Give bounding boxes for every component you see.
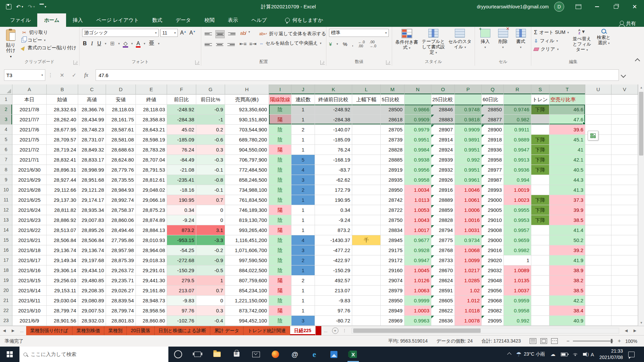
grid-cell[interactable]: 28750 [381, 215, 405, 225]
grid-cell[interactable]: 0.9677 [405, 235, 431, 245]
grid-cell[interactable] [352, 245, 381, 255]
name-box[interactable]: T3 ▾ [4, 69, 45, 81]
grid-cell[interactable] [611, 255, 638, 265]
column-header-U[interactable]: U [585, 84, 611, 95]
grid-cell[interactable] [611, 115, 638, 125]
cell-styles-button[interactable]: セルのスタイル ▾ [448, 29, 472, 59]
grid-cell[interactable]: 1 [291, 105, 315, 115]
row-header-13[interactable]: 13 [0, 215, 12, 225]
grid-cell[interactable]: 陽 [269, 115, 291, 125]
enter-entry-button[interactable]: ✓ [68, 72, 80, 78]
grid-cell[interactable]: 28,358.83 [136, 115, 167, 125]
grid-cell[interactable]: 1 [291, 265, 315, 276]
grid-cell[interactable]: 1.0089 [504, 265, 531, 276]
grid-cell[interactable]: 39.6 [549, 125, 585, 135]
grid-cell[interactable]: 前日比% [196, 95, 225, 105]
excel-taskbar-button[interactable]: X [343, 347, 363, 362]
grid-cell[interactable]: -953.15 [167, 235, 196, 245]
grid-cell[interactable]: 28,992.74 [106, 195, 136, 205]
minimize-button[interactable] [588, 0, 606, 13]
grid-cell[interactable]: 28924 [431, 145, 455, 155]
grid-cell[interactable]: 29,026.27 [106, 286, 136, 296]
grid-cell[interactable]: 28935 [381, 175, 405, 185]
grid-cell[interactable]: 41 [549, 145, 585, 155]
grid-cell[interactable]: 28,332.63 [47, 105, 78, 115]
grid-cell[interactable]: 2 [291, 276, 315, 286]
grid-cell[interactable]: 1.0006 [455, 205, 482, 215]
grid-cell[interactable] [585, 105, 611, 115]
notification-center-icon[interactable] [628, 352, 635, 357]
grid-cell[interactable]: 28,010.93 [136, 235, 167, 245]
grid-cell[interactable]: 28,779.76 [106, 165, 136, 175]
grid-cell[interactable]: 29,112.66 [47, 185, 78, 195]
grid-cell[interactable]: 39.2 [549, 245, 585, 255]
grid-cell[interactable] [352, 135, 381, 145]
grid-cell[interactable]: 始値 [47, 95, 78, 105]
grid-cell[interactable] [531, 175, 549, 185]
grid-cell[interactable]: 1.0126 [405, 276, 431, 286]
ribbon-tab-校閲[interactable]: 校閲 [198, 13, 221, 27]
maximize-button[interactable] [606, 0, 625, 13]
align-bottom-button[interactable] [227, 30, 236, 38]
grid-cell[interactable]: 28636 [431, 316, 455, 326]
grid-cell[interactable]: 29,174.17 [78, 195, 106, 205]
grid-cell[interactable]: 28,748.23 [78, 125, 106, 135]
grid-cell[interactable] [611, 225, 638, 235]
row-header-14[interactable]: 14 [0, 225, 12, 235]
grid-cell[interactable]: 2021/6/21 [12, 235, 47, 245]
grid-cell[interactable]: 279.5 [167, 276, 196, 286]
grid-cell[interactable] [585, 235, 611, 245]
grid-cell[interactable]: 29,291.01 [136, 265, 167, 276]
column-header-L[interactable]: L [352, 84, 381, 95]
grid-cell[interactable]: 0 [196, 215, 225, 225]
grid-cell[interactable]: 28,494.46 [106, 225, 136, 235]
grid-cell[interactable]: 28,901.56 [47, 316, 78, 326]
phonetic-button[interactable]: 亜 [148, 40, 155, 47]
fill-color-button[interactable]: ◇ [123, 40, 128, 47]
grid-cell[interactable]: 2021/6/23 [12, 215, 47, 225]
grid-cell[interactable] [531, 115, 549, 125]
ribbon-tab-数式[interactable]: 数式 [146, 13, 169, 27]
grid-cell[interactable]: 陽 [269, 286, 291, 296]
grid-cell[interactable]: 28,643.21 [136, 125, 167, 135]
grid-cell[interactable]: 28,958.56 [136, 306, 167, 316]
sheet-tab-業種別[interactable]: 業種別 [104, 326, 127, 335]
row-header-5[interactable]: 5 [0, 135, 12, 145]
grid-cell[interactable]: 陽 [269, 276, 291, 286]
grid-cell[interactable]: 28742 [381, 195, 405, 205]
sheet-tab-red-mini[interactable] [316, 326, 321, 335]
clipboard-dialog-launcher-icon[interactable] [73, 60, 78, 65]
grid-cell[interactable]: 下降 [531, 215, 549, 225]
decrease-font-button[interactable]: A▼ [189, 30, 197, 36]
font-color-button[interactable]: A [136, 41, 141, 47]
grid-cell[interactable]: 28,506.84 [78, 235, 106, 245]
row-header-22[interactable]: 22 [0, 306, 12, 316]
page-layout-view-button[interactable] [540, 338, 547, 344]
grid-cell[interactable]: 28,118.03 [106, 105, 136, 115]
align-left-button[interactable] [204, 41, 213, 48]
ribbon-tab-挿入[interactable]: 挿入 [66, 13, 90, 27]
start-button[interactable] [0, 347, 19, 362]
conditional-formatting-button[interactable]: 条件付き書式 ▾ [395, 29, 419, 59]
zoom-in-button[interactable]: ＋ [616, 338, 622, 345]
bold-button[interactable]: B [82, 41, 88, 47]
grid-cell[interactable]: 2021/7/6 [12, 125, 47, 135]
grid-cell[interactable]: 下降 [531, 205, 549, 215]
grid-cell[interactable] [352, 225, 381, 235]
grid-cell[interactable] [352, 185, 381, 195]
grid-cell[interactable]: 下降 [531, 195, 549, 205]
grid-cell[interactable]: 28936 [482, 145, 504, 155]
grid-cell[interactable]: 2021/6/10 [12, 306, 47, 316]
grid-cell[interactable]: -1 [196, 115, 225, 125]
column-header-S[interactable]: S [531, 84, 549, 95]
grid-cell[interactable]: 0.9889 [504, 135, 531, 145]
grid-cell[interactable]: 空売り比率 [549, 95, 585, 105]
grid-cell[interactable] [611, 215, 638, 225]
merge-center-button[interactable]: ⇔セルを結合して中央揃え▾ [259, 40, 326, 46]
grid-cell[interactable]: 29,007.53 [78, 306, 106, 316]
grid-cell[interactable]: 28,624.80 [106, 155, 136, 165]
row-header-1[interactable]: 1 [0, 95, 12, 105]
accounting-format-button[interactable]: ¥ [329, 41, 332, 47]
grid-cell[interactable]: 0.34 [167, 205, 196, 215]
column-header-J[interactable]: J [291, 84, 315, 95]
